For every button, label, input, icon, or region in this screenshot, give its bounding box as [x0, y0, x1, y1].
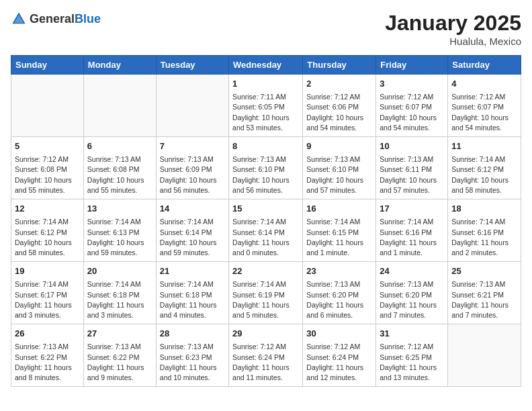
week-row-5: 26Sunrise: 7:13 AM Sunset: 6:22 PM Dayli… — [11, 324, 521, 387]
day-number: 14 — [160, 203, 225, 215]
calendar-cell — [11, 75, 84, 137]
calendar-cell: 19Sunrise: 7:14 AM Sunset: 6:17 PM Dayli… — [11, 262, 84, 324]
day-info: Sunrise: 7:12 AM Sunset: 6:08 PM Dayligh… — [15, 154, 80, 195]
calendar-cell: 13Sunrise: 7:14 AM Sunset: 6:13 PM Dayli… — [83, 199, 156, 262]
calendar-cell: 26Sunrise: 7:13 AM Sunset: 6:22 PM Dayli… — [11, 324, 84, 387]
day-number: 16 — [306, 203, 372, 215]
day-info: Sunrise: 7:14 AM Sunset: 6:18 PM Dayligh… — [87, 279, 152, 320]
calendar-cell: 27Sunrise: 7:13 AM Sunset: 6:22 PM Dayli… — [83, 324, 156, 387]
calendar-cell: 6Sunrise: 7:13 AM Sunset: 6:08 PM Daylig… — [83, 137, 156, 199]
day-info: Sunrise: 7:13 AM Sunset: 6:22 PM Dayligh… — [15, 342, 80, 383]
logo-text-blue: Blue — [75, 12, 101, 26]
day-info: Sunrise: 7:11 AM Sunset: 6:05 PM Dayligh… — [232, 92, 299, 133]
calendar-cell: 11Sunrise: 7:14 AM Sunset: 6:12 PM Dayli… — [448, 137, 521, 199]
day-info: Sunrise: 7:13 AM Sunset: 6:20 PM Dayligh… — [306, 279, 372, 320]
calendar-cell: 4Sunrise: 7:12 AM Sunset: 6:07 PM Daylig… — [448, 75, 521, 137]
day-number: 19 — [15, 265, 80, 277]
calendar-cell: 14Sunrise: 7:14 AM Sunset: 6:14 PM Dayli… — [156, 199, 228, 262]
month-title: January 2025 — [385, 11, 521, 36]
calendar-cell: 2Sunrise: 7:12 AM Sunset: 6:06 PM Daylig… — [303, 75, 376, 137]
day-info: Sunrise: 7:13 AM Sunset: 6:20 PM Dayligh… — [380, 279, 444, 320]
calendar-cell: 21Sunrise: 7:14 AM Sunset: 6:18 PM Dayli… — [156, 262, 228, 324]
days-header-row: SundayMondayTuesdayWednesdayThursdayFrid… — [11, 56, 521, 75]
day-info: Sunrise: 7:13 AM Sunset: 6:11 PM Dayligh… — [380, 154, 444, 195]
calendar-cell: 8Sunrise: 7:13 AM Sunset: 6:10 PM Daylig… — [229, 137, 303, 199]
day-number: 12 — [15, 203, 80, 215]
calendar-cell: 24Sunrise: 7:13 AM Sunset: 6:20 PM Dayli… — [376, 262, 448, 324]
day-info: Sunrise: 7:12 AM Sunset: 6:06 PM Dayligh… — [306, 92, 372, 133]
day-info: Sunrise: 7:13 AM Sunset: 6:09 PM Dayligh… — [160, 154, 225, 195]
week-row-1: 1Sunrise: 7:11 AM Sunset: 6:05 PM Daylig… — [11, 75, 521, 137]
day-header-thursday: Thursday — [303, 56, 376, 75]
day-number: 29 — [232, 328, 299, 340]
day-number: 8 — [232, 140, 299, 152]
day-number: 23 — [306, 265, 372, 277]
calendar-cell — [448, 324, 521, 387]
location-title: Hualula, Mexico — [385, 36, 521, 47]
day-info: Sunrise: 7:14 AM Sunset: 6:14 PM Dayligh… — [232, 217, 299, 258]
logo-text-general: General — [30, 12, 75, 26]
calendar-cell: 31Sunrise: 7:12 AM Sunset: 6:25 PM Dayli… — [376, 324, 448, 387]
day-header-friday: Friday — [376, 56, 448, 75]
calendar-cell: 25Sunrise: 7:13 AM Sunset: 6:21 PM Dayli… — [448, 262, 521, 324]
day-info: Sunrise: 7:13 AM Sunset: 6:23 PM Dayligh… — [160, 342, 225, 383]
calendar-cell: 28Sunrise: 7:13 AM Sunset: 6:23 PM Dayli… — [156, 324, 228, 387]
logo-icon — [11, 11, 27, 27]
calendar-cell: 12Sunrise: 7:14 AM Sunset: 6:12 PM Dayli… — [11, 199, 84, 262]
day-number: 9 — [306, 140, 372, 152]
day-info: Sunrise: 7:13 AM Sunset: 6:22 PM Dayligh… — [87, 342, 152, 383]
calendar-cell: 30Sunrise: 7:12 AM Sunset: 6:24 PM Dayli… — [303, 324, 376, 387]
calendar-cell — [83, 75, 156, 137]
page-header: GeneralBlue January 2025 Hualula, Mexico — [11, 11, 521, 47]
day-number: 1 — [232, 78, 299, 90]
logo: GeneralBlue — [11, 11, 101, 27]
day-info: Sunrise: 7:14 AM Sunset: 6:12 PM Dayligh… — [15, 217, 80, 258]
day-number: 30 — [306, 328, 372, 340]
day-number: 28 — [160, 328, 225, 340]
calendar-cell: 20Sunrise: 7:14 AM Sunset: 6:18 PM Dayli… — [83, 262, 156, 324]
day-number: 5 — [15, 140, 80, 152]
day-info: Sunrise: 7:12 AM Sunset: 6:25 PM Dayligh… — [380, 342, 444, 383]
calendar-cell: 7Sunrise: 7:13 AM Sunset: 6:09 PM Daylig… — [156, 137, 228, 199]
day-info: Sunrise: 7:12 AM Sunset: 6:24 PM Dayligh… — [306, 342, 372, 383]
day-info: Sunrise: 7:13 AM Sunset: 6:21 PM Dayligh… — [451, 279, 517, 320]
day-number: 31 — [380, 328, 444, 340]
day-info: Sunrise: 7:12 AM Sunset: 6:24 PM Dayligh… — [232, 342, 299, 383]
day-number: 10 — [380, 140, 444, 152]
day-info: Sunrise: 7:14 AM Sunset: 6:13 PM Dayligh… — [87, 217, 152, 258]
day-number: 20 — [87, 265, 152, 277]
calendar-cell: 10Sunrise: 7:13 AM Sunset: 6:11 PM Dayli… — [376, 137, 448, 199]
day-info: Sunrise: 7:14 AM Sunset: 6:18 PM Dayligh… — [160, 279, 225, 320]
calendar-cell: 1Sunrise: 7:11 AM Sunset: 6:05 PM Daylig… — [229, 75, 303, 137]
day-info: Sunrise: 7:14 AM Sunset: 6:19 PM Dayligh… — [232, 279, 299, 320]
week-row-4: 19Sunrise: 7:14 AM Sunset: 6:17 PM Dayli… — [11, 262, 521, 324]
day-info: Sunrise: 7:12 AM Sunset: 6:07 PM Dayligh… — [380, 92, 444, 133]
calendar-cell: 22Sunrise: 7:14 AM Sunset: 6:19 PM Dayli… — [229, 262, 303, 324]
day-info: Sunrise: 7:13 AM Sunset: 6:08 PM Dayligh… — [87, 154, 152, 195]
day-info: Sunrise: 7:13 AM Sunset: 6:10 PM Dayligh… — [232, 154, 299, 195]
calendar-cell: 9Sunrise: 7:13 AM Sunset: 6:10 PM Daylig… — [303, 137, 376, 199]
calendar-cell: 18Sunrise: 7:14 AM Sunset: 6:16 PM Dayli… — [448, 199, 521, 262]
day-header-saturday: Saturday — [448, 56, 521, 75]
calendar-cell: 23Sunrise: 7:13 AM Sunset: 6:20 PM Dayli… — [303, 262, 376, 324]
day-number: 2 — [306, 78, 372, 90]
day-info: Sunrise: 7:14 AM Sunset: 6:14 PM Dayligh… — [160, 217, 225, 258]
day-header-tuesday: Tuesday — [156, 56, 228, 75]
week-row-3: 12Sunrise: 7:14 AM Sunset: 6:12 PM Dayli… — [11, 199, 521, 262]
day-number: 26 — [15, 328, 80, 340]
calendar-cell: 29Sunrise: 7:12 AM Sunset: 6:24 PM Dayli… — [229, 324, 303, 387]
calendar-cell: 17Sunrise: 7:14 AM Sunset: 6:16 PM Dayli… — [376, 199, 448, 262]
day-header-sunday: Sunday — [11, 56, 84, 75]
day-info: Sunrise: 7:13 AM Sunset: 6:10 PM Dayligh… — [306, 154, 372, 195]
title-block: January 2025 Hualula, Mexico — [385, 11, 521, 47]
day-number: 6 — [87, 140, 152, 152]
day-number: 18 — [451, 203, 517, 215]
day-header-wednesday: Wednesday — [229, 56, 303, 75]
day-info: Sunrise: 7:14 AM Sunset: 6:17 PM Dayligh… — [15, 279, 80, 320]
week-row-2: 5Sunrise: 7:12 AM Sunset: 6:08 PM Daylig… — [11, 137, 521, 199]
day-number: 3 — [380, 78, 444, 90]
day-info: Sunrise: 7:14 AM Sunset: 6:16 PM Dayligh… — [451, 217, 517, 258]
calendar-cell — [156, 75, 228, 137]
day-header-monday: Monday — [83, 56, 156, 75]
day-info: Sunrise: 7:14 AM Sunset: 6:12 PM Dayligh… — [451, 154, 517, 195]
